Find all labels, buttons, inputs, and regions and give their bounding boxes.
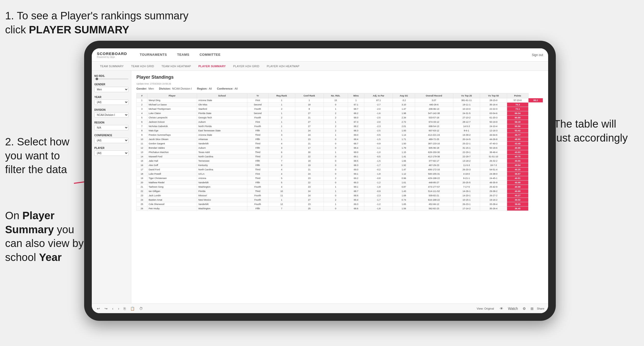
player-label: Player	[94, 147, 128, 149]
table-row: 23Jack LundinMissouriFourth1124068.6-2.3…	[137, 193, 543, 198]
col-reg-rank: Reg Rank	[268, 93, 295, 98]
table-row: 2Michael Le SassoOle MissSecond118067.1-…	[137, 103, 543, 107]
table-row: 26Petr HrubyWashingtonFifth725068.6-1.81…	[137, 206, 543, 211]
table-row: 11Gordon SargentVanderbiltThird421068.7-…	[137, 142, 543, 146]
table-row: 24Bastien AmatNew MexicoFourth127269.4-1…	[137, 198, 543, 202]
division-label: Division	[94, 108, 128, 111]
logo-area: SCOREBOARD Powered by clippi	[97, 51, 127, 58]
filter-row: Gender: Men Division: NCAA Division I Re…	[136, 87, 543, 90]
update-info: Update time: 27/03/2024 16:56:26	[136, 82, 543, 85]
sidebar-conference: Conference (All)	[94, 134, 128, 143]
col-points: Points	[507, 93, 528, 98]
gender-filter: Gender: Men	[136, 87, 154, 90]
table-row: 17David FordNorth CarolinaThird421069.0-…	[137, 168, 543, 172]
gender-select[interactable]: Men Women	[94, 87, 128, 92]
col-no-rds: No. Rds.	[324, 93, 348, 98]
clock-btn[interactable]: ⏱	[138, 306, 144, 311]
subnav-team-h2h-heatmap[interactable]: TEAM H2H HEATMAP	[158, 62, 194, 71]
back-btn[interactable]: ‹	[111, 306, 115, 311]
col-conf-rank: Conf Rank	[295, 93, 324, 98]
col-top25: Vs Top 25	[453, 93, 480, 98]
subnav-team-h2h-grid[interactable]: TEAM H2H GRID	[128, 62, 157, 71]
col-overall: Overall Record	[415, 93, 453, 98]
table-row: 21Taehoon SongWashingtonFourth423169.1-1…	[137, 185, 543, 189]
standings-title: Player Standings	[136, 75, 543, 80]
nav-items: TOURNAMENTS TEAMS COMMITTEE	[135, 48, 532, 62]
region-filter: Region: All	[197, 87, 212, 90]
table-row: 12Brendan ValdesAuburnFifth317068.4-1.11…	[137, 146, 543, 150]
year-select[interactable]: (All) First Second Third Fourth Fifth	[94, 100, 128, 105]
division-select[interactable]: NCAA Division I NCAA Division II	[94, 112, 128, 118]
subnav-player-h2h-heatmap[interactable]: PLAYER H2H HEATMAP	[264, 62, 302, 71]
slider-thumb	[96, 78, 98, 80]
table-row: 18Luke PowellUCLAFirst424069.1-1.81.1250…	[137, 172, 543, 176]
sidebar-gender: Gender Men Women	[94, 83, 128, 92]
logo-sub: Powered by clippi	[97, 56, 127, 58]
division-filter: Division: NCAA Division I	[159, 87, 192, 90]
bottom-text: On Player Summary you can also view by s…	[5, 210, 84, 263]
grid-btn[interactable]: ⊞	[529, 306, 535, 311]
table-row: 5Christo LamprechtGeorgia TechFourth2212…	[137, 116, 543, 120]
col-adj: Adj. to Par	[364, 93, 393, 98]
conference-label: Conference	[94, 134, 128, 137]
share-btn[interactable]: Share	[537, 307, 544, 310]
watch-btn[interactable]: Watch	[507, 306, 519, 311]
undo-btn[interactable]: ↩	[96, 306, 101, 311]
copy-btn[interactable]: ⎘	[122, 306, 127, 311]
conference-select[interactable]: (All)	[94, 138, 128, 143]
table-row: 3Michael ThorbjornsenStanfordFourth28168…	[137, 107, 543, 111]
sidebar-no-rds: No Rds.	[94, 75, 128, 79]
bottom-toolbar: ↩ ↪ ‹ › ⎘ 📋 ⏱ View: Original 👁 Watch ⚙ ⊞…	[92, 303, 548, 313]
sidebar-region: Region N/A All	[94, 121, 128, 130]
col-top50: Vs Top 50	[480, 93, 507, 98]
logo-text: SCOREBOARD	[97, 51, 127, 56]
region-select[interactable]: N/A All	[94, 125, 128, 130]
nav-committee[interactable]: COMMITTEE	[195, 48, 226, 62]
sidebar-year: Year (All) First Second Third Fourth Fif…	[94, 96, 128, 105]
player-select[interactable]: (All)	[94, 150, 128, 156]
nav-tournaments[interactable]: TOURNAMENTS	[135, 48, 172, 62]
paste-btn[interactable]: 📋	[129, 306, 136, 311]
table-row: 15Jake HallTennesseeFifth718068.5-1.51.6…	[137, 159, 543, 163]
sidebar-player: Player (All)	[94, 147, 128, 156]
table-row: 22Ian GilliganFloridaThird1024168.7-0.91…	[137, 189, 543, 193]
sidebar: No Rds. Gender Men Women Year	[92, 71, 131, 303]
redo-btn[interactable]: ↪	[103, 306, 109, 311]
table-row: 25Cole SherwoodVanderbiltFourth1223169.3…	[137, 202, 543, 206]
conference-filter: Conference: All	[217, 87, 238, 90]
col-school: School	[197, 93, 247, 98]
forward-btn[interactable]: ›	[117, 306, 121, 311]
table-row: 1Wenyi DingArizona StateFirst1115167.1-3…	[137, 98, 543, 103]
col-num: #	[137, 93, 147, 98]
standings-table: # Player School Yr Reg Rank Conf Rank No…	[136, 93, 543, 211]
table-row: 16Alex GoffKentuckyFifth919068.3-1.71.92…	[137, 163, 543, 168]
nav-right: Sign out	[532, 53, 543, 57]
table-row: 20Matthew RiedelVanderbiltFifth522069.3-…	[137, 181, 543, 185]
subnav-player-summary[interactable]: PLAYER SUMMARY	[195, 62, 229, 71]
slider-container	[94, 78, 128, 79]
subnav-team-summary[interactable]: TEAM SUMMARY	[97, 62, 127, 71]
table-row: 13Phichakun MaichonTexas A&MThird630169.…	[137, 150, 543, 155]
subnav-player-h2h-grid[interactable]: PLAYER H2H GRID	[230, 62, 262, 71]
step1-bold: PLAYER SUMMARY	[29, 24, 129, 36]
view-label: View: Original	[477, 307, 494, 310]
no-rds-label: No Rds.	[94, 75, 128, 77]
table-row: 7Nicholas GabrelcikNorth FloridaFourth12…	[137, 124, 543, 129]
table-header-row: # Player School Yr Reg Rank Conf Rank No…	[137, 93, 543, 98]
sub-nav: TEAM SUMMARY TEAM H2H GRID TEAM H2H HEAT…	[92, 62, 548, 71]
slider[interactable]	[94, 78, 128, 79]
table-body: 1Wenyi DingArizona StateFirst1115167.1-3…	[137, 98, 543, 211]
standings-area: Player Standings Update time: 27/03/2024…	[131, 71, 548, 303]
col-avg-sg: Avg SG	[393, 93, 415, 98]
table-row: 14Maxwell FordNorth CarolinaThird222069.…	[137, 155, 543, 159]
app-header: SCOREBOARD Powered by clippi TOURNAMENTS…	[92, 48, 548, 62]
col-yr: Yr	[247, 93, 268, 98]
table-row: 4Luke ClatonFlorida StateSecond127268.2-…	[137, 111, 543, 116]
year-label: Year	[94, 96, 128, 99]
sidebar-division: Division NCAA Division I NCAA Division I…	[94, 108, 128, 118]
sign-out-link[interactable]: Sign out	[532, 53, 543, 57]
eye-icon: 👁	[498, 306, 505, 311]
nav-teams[interactable]: TEAMS	[172, 48, 195, 62]
settings-btn[interactable]: ⚙	[521, 306, 527, 311]
annotation-step1: 1. To see a Player's rankings summary cl…	[5, 9, 199, 37]
